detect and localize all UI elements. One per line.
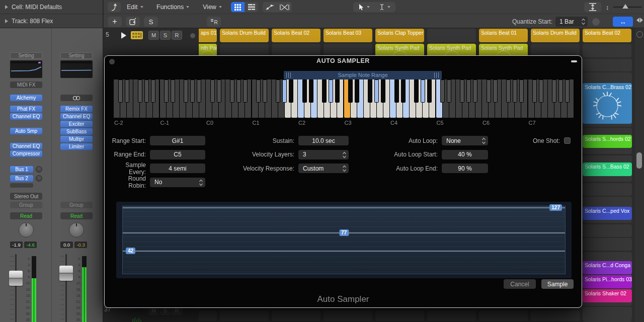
menu-edit[interactable]: Edit — [127, 2, 143, 12]
send-slot[interactable]: Bus 1 — [10, 166, 33, 173]
empty-send-slot[interactable] — [10, 183, 33, 188]
volume-value[interactable]: 0.0 — [60, 242, 73, 248]
empty-cell[interactable] — [427, 29, 476, 42]
piano-key-black[interactable] — [506, 79, 511, 103]
plugin-button[interactable]: Channel EQ — [10, 113, 42, 120]
setting-button[interactable]: Setting — [60, 52, 93, 59]
range-handle-right[interactable] — [434, 72, 439, 78]
add-button[interactable]: + — [108, 17, 122, 27]
piano-key-black[interactable] — [427, 79, 432, 103]
grid-view-button[interactable] — [231, 2, 245, 12]
param-field[interactable]: 10.0 sec — [298, 136, 349, 145]
plugin-button[interactable]: Exciter — [60, 121, 93, 127]
piano-key-black[interactable] — [217, 79, 221, 103]
piano-key-black[interactable] — [230, 79, 234, 103]
piano-key-black[interactable] — [243, 79, 248, 103]
scrollbar-thumb[interactable] — [636, 152, 642, 169]
piano-key-black[interactable] — [460, 79, 464, 103]
empty-cell[interactable] — [583, 310, 631, 321]
solo-button[interactable]: S — [160, 31, 171, 40]
empty-cell[interactable] — [375, 310, 424, 321]
clip[interactable]: Solaris Clap Topper — [375, 29, 424, 42]
play-icon[interactable] — [121, 32, 126, 39]
piano-key-black[interactable] — [473, 79, 477, 103]
pan-knob[interactable] — [69, 222, 84, 237]
clip[interactable]: Solaris C...ped Vox — [583, 207, 632, 220]
clip[interactable]: Solaris C...d Conga — [583, 261, 632, 274]
piano-key-black[interactable] — [276, 79, 280, 103]
sample-note-range-band[interactable]: Sample Note Range — [284, 71, 442, 79]
piano-key-black[interactable] — [532, 79, 537, 103]
quantize-start-popup[interactable]: 1 Bar — [555, 17, 588, 27]
piano-key-black[interactable] — [552, 79, 556, 103]
piano-key-black[interactable] — [355, 79, 359, 103]
fader-thumb[interactable] — [59, 266, 73, 281]
range-handle-left[interactable] — [286, 72, 291, 78]
text-tool-button[interactable] — [374, 4, 395, 11]
piano-key-black[interactable] — [466, 79, 471, 103]
setting-button[interactable]: Setting — [10, 52, 42, 59]
empty-cell[interactable] — [583, 224, 632, 237]
param-field[interactable]: C5 — [150, 150, 205, 159]
duplicate-icon[interactable] — [126, 17, 140, 27]
empty-cell[interactable] — [583, 183, 632, 196]
zoom-slider[interactable] — [613, 7, 642, 8]
solo-button[interactable]: S — [144, 17, 158, 27]
output-slot[interactable]: Stereo Out — [10, 193, 42, 200]
piano-key-black[interactable] — [144, 79, 149, 103]
group-slot[interactable]: Group — [60, 202, 93, 208]
param-popup[interactable]: 3 — [298, 150, 349, 159]
step-record-button[interactable]: R — [207, 17, 221, 27]
empty-cell[interactable] — [272, 310, 320, 321]
clip[interactable]: Solaris Beat 01 — [479, 29, 528, 42]
piano-key-black[interactable] — [138, 79, 142, 103]
empty-cell[interactable] — [583, 59, 632, 71]
plugin-button[interactable]: Channel EQ — [60, 113, 93, 120]
record-enable-dot[interactable] — [190, 33, 195, 38]
param-popup[interactable]: None — [442, 136, 488, 145]
send-slot[interactable]: Bus 2 — [10, 175, 33, 182]
piano-key-black[interactable] — [513, 79, 517, 103]
empty-cell[interactable] — [531, 310, 580, 321]
piano-key-black[interactable] — [322, 79, 327, 103]
empty-cell-ring[interactable] — [636, 31, 643, 38]
piano-key-black[interactable] — [348, 79, 353, 103]
piano-key-black[interactable] — [282, 79, 287, 103]
volume-value[interactable]: -1.9 — [10, 242, 23, 248]
piano-key-black[interactable] — [302, 79, 307, 103]
fader-thumb[interactable] — [9, 271, 23, 286]
piano-key-black[interactable] — [263, 79, 267, 103]
piano-key-black[interactable] — [487, 79, 491, 103]
clip[interactable]: Solaris C...Brass 02 — [583, 83, 632, 124]
empty-cell[interactable] — [427, 310, 476, 321]
piano-key-black[interactable] — [539, 79, 543, 103]
piano-key-black[interactable] — [197, 79, 201, 103]
piano-key-black[interactable] — [368, 79, 372, 103]
param-field[interactable]: 4 semi — [150, 164, 205, 173]
piano-key-black[interactable] — [125, 79, 129, 103]
track-height-button[interactable] — [584, 2, 601, 12]
piano-key-black[interactable] — [381, 79, 385, 103]
piano-key-black[interactable] — [558, 79, 563, 103]
zoom-slider-thumb[interactable] — [622, 4, 628, 9]
send-knob[interactable] — [36, 166, 42, 173]
empty-cell[interactable] — [479, 310, 528, 321]
velocity-graph-area[interactable]: 1277742 — [122, 206, 566, 274]
automation-icon[interactable] — [263, 4, 277, 11]
piano-key-black[interactable] — [493, 79, 498, 103]
mute-button[interactable]: M — [148, 31, 159, 40]
plugin-button[interactable]: Phat FX — [10, 106, 42, 112]
vertical-zoom-icon[interactable]: ↕ — [606, 4, 609, 11]
undo-arrow-icon[interactable] — [108, 2, 121, 12]
piano-key-black[interactable] — [164, 79, 169, 103]
piano-key-black[interactable] — [289, 79, 293, 103]
plugin-button[interactable]: Channel EQ — [10, 143, 42, 149]
param-field[interactable]: 40 % — [442, 150, 488, 159]
horizontal-arrows-button[interactable]: ↔ — [613, 17, 633, 27]
clip[interactable]: Solaris Pi...hords 03 — [583, 275, 632, 288]
plugin-button[interactable]: Multipr — [60, 136, 93, 142]
eq-display[interactable] — [60, 60, 93, 78]
clip[interactable]: Solaris Beat 02 — [272, 29, 320, 42]
piano-key-black[interactable] — [184, 79, 188, 103]
piano-key-black[interactable] — [414, 79, 419, 103]
